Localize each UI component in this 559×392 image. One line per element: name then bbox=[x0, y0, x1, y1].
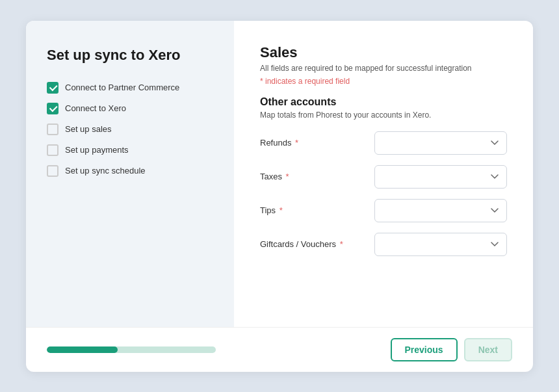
step-checkbox-set-up-sales[interactable] bbox=[47, 124, 58, 135]
field-label-tips: Tips * bbox=[260, 205, 364, 215]
field-select-giftcards[interactable] bbox=[374, 233, 507, 256]
section-title: Sales bbox=[260, 44, 507, 61]
field-label-giftcards: Giftcards / Vouchers * bbox=[260, 239, 364, 249]
step-list: Connect to Partner CommerceConnect to Xe… bbox=[47, 82, 213, 177]
subsection-title: Other accounts bbox=[260, 96, 507, 108]
footer-buttons: Previous Next bbox=[391, 338, 513, 361]
field-select-taxes[interactable] bbox=[374, 165, 507, 189]
field-row-giftcards: Giftcards / Vouchers * bbox=[260, 233, 507, 256]
step-item-connect-partner: Connect to Partner Commerce bbox=[47, 82, 213, 94]
fields-container: Refunds *Taxes *Tips *Giftcards / Vouche… bbox=[260, 131, 507, 267]
step-checkbox-connect-partner[interactable] bbox=[47, 82, 58, 94]
field-select-refunds[interactable] bbox=[374, 131, 507, 155]
step-checkbox-set-up-payments[interactable] bbox=[47, 144, 58, 156]
main-card: Set up sync to Xero Connect to Partner C… bbox=[26, 21, 533, 372]
step-item-connect-xero: Connect to Xero bbox=[47, 103, 213, 114]
page-title: Set up sync to Xero bbox=[47, 47, 213, 64]
step-item-set-up-sync: Set up sync schedule bbox=[47, 165, 213, 177]
field-row-tips: Tips * bbox=[260, 199, 507, 222]
field-label-refunds: Refunds * bbox=[260, 138, 364, 148]
step-checkbox-set-up-sync[interactable] bbox=[47, 165, 58, 177]
next-button[interactable]: Next bbox=[464, 338, 512, 361]
card-body: Set up sync to Xero Connect to Partner C… bbox=[26, 21, 533, 327]
step-label-set-up-sales: Set up sales bbox=[65, 124, 112, 134]
step-label-set-up-sync: Set up sync schedule bbox=[65, 166, 146, 176]
step-label-connect-partner: Connect to Partner Commerce bbox=[65, 83, 179, 92]
step-label-connect-xero: Connect to Xero bbox=[65, 103, 126, 113]
section-subtitle: All fields are required to be mapped for… bbox=[260, 64, 507, 73]
progress-bar-fill bbox=[47, 346, 118, 353]
step-label-set-up-payments: Set up payments bbox=[65, 145, 129, 155]
field-row-refunds: Refunds * bbox=[260, 131, 507, 155]
card-footer: Previous Next bbox=[26, 327, 533, 372]
step-checkbox-connect-xero[interactable] bbox=[47, 103, 58, 114]
field-label-taxes: Taxes * bbox=[260, 172, 364, 181]
required-note: * indicates a required field bbox=[260, 77, 507, 86]
field-row-taxes: Taxes * bbox=[260, 165, 507, 189]
field-select-tips[interactable] bbox=[374, 199, 507, 222]
step-item-set-up-payments: Set up payments bbox=[47, 144, 213, 156]
left-panel: Set up sync to Xero Connect to Partner C… bbox=[26, 21, 234, 327]
progress-bar bbox=[47, 346, 216, 353]
right-panel: Sales All fields are required to be mapp… bbox=[234, 21, 533, 327]
subsection-desc: Map totals from Phorest to your accounts… bbox=[260, 111, 507, 120]
previous-button[interactable]: Previous bbox=[391, 338, 458, 361]
step-item-set-up-sales: Set up sales bbox=[47, 124, 213, 135]
